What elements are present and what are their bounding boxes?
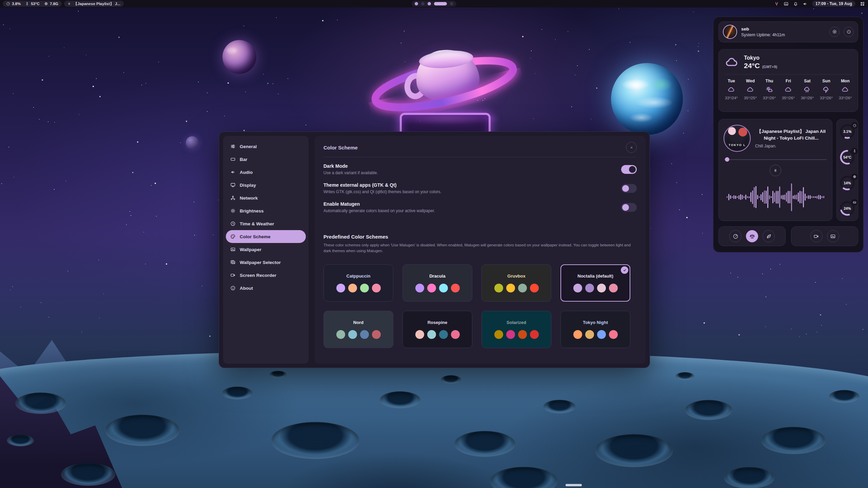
system-stat: 53°C (25, 2, 40, 6)
toggle-list: Dark ModeUse a dark variant if available… (323, 163, 637, 220)
settings-button[interactable] (829, 27, 840, 37)
wallpaper-button[interactable] (827, 230, 839, 242)
sidebar-item-audio[interactable]: Audio (226, 166, 306, 179)
system-stats-card: 3.1%54°C14%24% (836, 119, 858, 221)
power-profile-balanced-button[interactable] (746, 230, 758, 242)
toggle-switch[interactable] (621, 165, 637, 174)
sidebar-item-bar[interactable]: Bar (226, 153, 306, 166)
color-dot (439, 284, 448, 292)
scheme-card-nord[interactable]: Nord (323, 311, 393, 348)
bell-icon[interactable] (793, 1, 798, 6)
forecast-day: Mon33°/26° (839, 79, 852, 100)
user-name: seb (741, 26, 825, 32)
apps-grid-icon[interactable] (860, 1, 865, 6)
visualizer-bar (752, 190, 753, 204)
sidebar-item-network[interactable]: Network (226, 191, 306, 204)
visualizer-bar (793, 196, 794, 199)
workspace-dot-focused[interactable] (434, 2, 447, 5)
scheme-card-gruvbox[interactable]: Gruvbox (481, 264, 551, 302)
sidebar-item-label: General (240, 144, 257, 149)
pause-icon (67, 2, 71, 5)
visualizer-bar (749, 196, 750, 198)
color-dot (573, 330, 582, 339)
weather-city: Tokyo (744, 55, 777, 61)
forecast-day: Sat36°/26° (801, 79, 814, 100)
forecast-day-name: Tue (728, 79, 735, 83)
stat-gauge: 14% (840, 175, 855, 191)
scheme-card-rosepine[interactable]: Rosepine (402, 311, 472, 348)
sidebar-item-general[interactable]: General (226, 140, 306, 153)
workspace-dot[interactable] (428, 2, 431, 5)
media-progress-slider[interactable] (724, 157, 827, 162)
scheme-colors (336, 284, 381, 292)
system-stats-pill[interactable]: 3.8%53°C7.8G (3, 1, 62, 7)
moon-crater (595, 434, 673, 467)
workspace-dot[interactable] (415, 2, 418, 5)
toggle-switch[interactable] (621, 184, 637, 193)
setting-row: Dark ModeUse a dark variant if available… (323, 163, 637, 175)
scheme-card-noctalia-default-[interactable]: Noctalia (default) (560, 264, 630, 302)
visualizer-bar (738, 195, 739, 199)
sidebar-item-screen-recorder[interactable]: Screen Recorder (226, 269, 306, 282)
progress-thumb[interactable] (725, 157, 729, 162)
power-profile-performance-button[interactable] (729, 230, 742, 242)
scheme-name: Rosepine (428, 320, 448, 325)
sidebar-item-about[interactable]: About (226, 282, 306, 294)
scheme-card-dracula[interactable]: Dracula (402, 264, 472, 302)
sidebar-item-label: Audio (240, 170, 253, 175)
scheme-name: Solarized (507, 320, 526, 325)
close-button[interactable] (626, 142, 637, 153)
sidebar-item-display[interactable]: Display (226, 179, 306, 191)
scheme-card-tokyo-night[interactable]: Tokyo Night (560, 311, 630, 348)
forecast-day: Tue33°/24° (725, 79, 738, 100)
sidebar-item-brightness[interactable]: Brightness (226, 204, 306, 217)
clock-pill[interactable]: 17:09 - Tue, 19 Aug (812, 1, 855, 7)
top-bar: 3.8%53°C7.8G 【Japanese Playlist】 J... 17… (0, 0, 868, 7)
visualizer-bar (730, 195, 731, 199)
scheme-name: Tokyo Night (583, 320, 608, 325)
screen-recorder-button[interactable] (810, 230, 823, 242)
system-stat: 7.8G (44, 2, 58, 6)
workspace-indicator[interactable] (412, 1, 456, 7)
info-icon (230, 285, 236, 291)
sidebar-item-wallpaper-selector[interactable]: Wallpaper Selector (226, 256, 306, 269)
stat-gauge-badge (851, 174, 858, 180)
close-icon (630, 146, 633, 149)
weather-temp: 24°C (744, 62, 760, 70)
volume-icon[interactable] (803, 1, 808, 6)
color-dot (451, 330, 460, 339)
visualizer-bar (742, 195, 743, 199)
power-button[interactable] (844, 27, 854, 37)
power-profile-powersave-button[interactable] (763, 230, 775, 242)
tray-app-icon[interactable] (774, 1, 779, 6)
media-pill[interactable]: 【Japanese Playlist】 J... (64, 1, 124, 7)
check-icon (623, 268, 627, 272)
forecast-day-name: Sat (804, 79, 810, 83)
color-dot (360, 284, 369, 292)
workspace-dot[interactable] (450, 2, 453, 5)
sidebar-item-color-scheme[interactable]: Color Scheme (226, 230, 306, 243)
visualizer-bar (744, 196, 745, 198)
bar-left-group: 3.8%53°C7.8G 【Japanese Playlist】 J... (3, 1, 124, 7)
color-dot (372, 284, 381, 292)
moon-crater (270, 371, 287, 378)
sidebar-item-wallpaper[interactable]: Wallpaper (226, 243, 306, 256)
sidebar-item-label: Time & Weather (240, 221, 274, 226)
chip-icon (44, 2, 48, 6)
pause-button[interactable] (770, 165, 781, 176)
color-dot (597, 330, 606, 339)
color-dot (439, 330, 448, 339)
visualizer-bar (747, 196, 748, 198)
visualizer-bar (779, 186, 780, 208)
scheme-card-solarized[interactable]: Solarized (481, 311, 551, 348)
color-dot (585, 284, 594, 292)
scheme-card-catppuccin[interactable]: Catppuccin (323, 264, 393, 302)
color-dot (518, 330, 527, 339)
toggle-switch[interactable] (621, 203, 637, 212)
visualizer-bar (786, 192, 787, 202)
wallpaper-icon[interactable] (784, 1, 789, 6)
workspace-dot[interactable] (421, 2, 425, 5)
color-dot (609, 330, 618, 339)
sidebar-item-time-weather[interactable]: Time & Weather (226, 217, 306, 230)
color-dot (530, 330, 539, 339)
